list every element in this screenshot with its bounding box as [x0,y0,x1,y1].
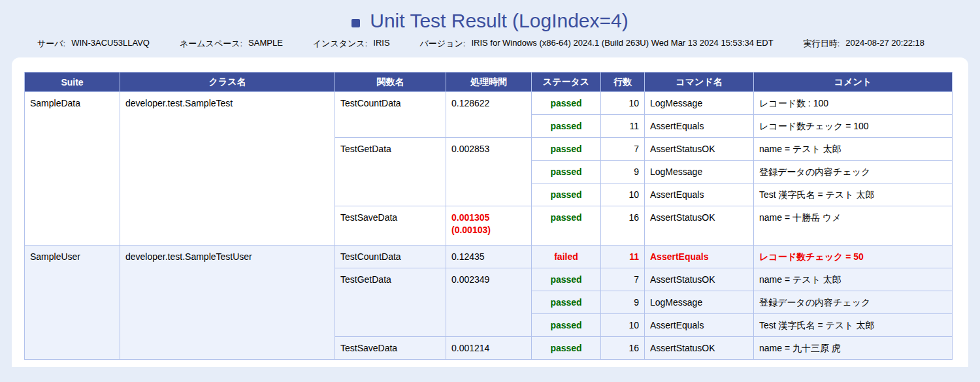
info-item-namespace: ネームスペース: SAMPLE [180,38,283,50]
column-header-comment: コメント [754,72,953,92]
command-cell: AssertEquals [645,183,754,206]
comment-cell: name = 九十三原 虎 [754,337,953,360]
line-cell: 10 [601,92,645,115]
method-cell: TestCountData [335,246,446,268]
line-cell: 7 [601,138,645,161]
time-cell: 0.001305 (0.00103) [446,206,532,246]
server-label: サーバ: [37,38,65,50]
status-cell: passed [532,337,601,360]
comment-cell: レコード数チェック = 50 [754,246,953,268]
command-cell: AssertEquals [645,246,754,268]
command-cell: LogMessage [645,161,754,183]
comment-cell: name = テスト 太郎 [754,138,953,161]
table-row: SampleUserdeveloper.test.SampleTestUserT… [25,246,953,268]
column-header-method: 関数名 [335,72,446,92]
comment-cell: 登録データの内容チェック [754,161,953,183]
comment-cell: レコード数チェック = 100 [754,115,953,138]
content-panel: Suite クラス名 関数名 処理時間 ステータス 行数 コマンド名 コメント … [12,57,968,367]
comment-cell: Test 漢字氏名 = テスト 太郎 [754,183,953,206]
line-cell: 7 [601,268,645,291]
command-cell: LogMessage [645,291,754,314]
column-header-time: 処理時間 [446,72,532,92]
instance-value: IRIS [373,38,389,50]
time-cell: 0.001214 [446,337,532,360]
column-header-command: コマンド名 [645,72,754,92]
column-header-class: クラス名 [120,72,335,92]
comment-cell: レコード数 : 100 [754,92,953,115]
comment-cell: name = テスト 太郎 [754,268,953,291]
method-cell: TestSaveData [335,337,446,360]
status-cell: passed [532,183,601,206]
command-cell: LogMessage [645,92,754,115]
method-cell: TestGetData [335,138,446,206]
method-cell: TestSaveData [335,206,446,246]
line-cell: 16 [601,337,645,360]
class-cell: developer.test.SampleTest [120,92,335,246]
info-item-version: バージョン: IRIS for Windows (x86-64) 2024.1 … [420,38,774,50]
command-cell: AssertStatusOK [645,268,754,291]
method-cell: TestCountData [335,92,446,138]
info-item-instance: インスタンス: IRIS [313,38,390,50]
status-cell: passed [532,115,601,138]
time-cell: 0.12435 [446,246,532,268]
page-title: Unit Test Result (LogIndex=4) [0,0,980,33]
command-cell: AssertEquals [645,314,754,337]
namespace-value: SAMPLE [248,38,283,50]
info-item-run-datetime: 実行日時: 2024-08-27 20:22:18 [804,38,924,50]
line-cell: 11 [601,115,645,138]
command-cell: AssertStatusOK [645,337,754,360]
square-bullet-icon [351,19,360,27]
comment-cell: 登録データの内容チェック [754,291,953,314]
line-cell: 11 [601,246,645,268]
server-value: WIN-3ACU53LLAVQ [71,38,150,50]
class-cell: developer.test.SampleTestUser [120,246,335,360]
unit-test-result-table: Suite クラス名 関数名 処理時間 ステータス 行数 コマンド名 コメント … [24,72,953,360]
time-cell: 0.002853 [446,138,532,206]
instance-label: インスタンス: [313,38,367,50]
column-header-status: ステータス [532,72,601,92]
line-cell: 16 [601,206,645,246]
run-datetime-value: 2024-08-27 20:22:18 [845,38,924,50]
comment-cell: Test 漢字氏名 = テスト 太郎 [754,314,953,337]
method-cell: TestGetData [335,268,446,337]
command-cell: AssertStatusOK [645,138,754,161]
version-label: バージョン: [420,38,466,50]
line-cell: 10 [601,183,645,206]
namespace-label: ネームスペース: [180,38,242,50]
suite-cell: SampleData [25,92,120,246]
status-cell: passed [532,138,601,161]
status-cell: passed [532,314,601,337]
line-cell: 9 [601,161,645,183]
column-header-line: 行数 [601,72,645,92]
table-row: SampleDatadeveloper.test.SampleTestTestC… [25,92,953,115]
version-value: IRIS for Windows (x86-64) 2024.1 (Build … [471,38,773,50]
status-cell: failed [532,246,601,268]
status-cell: passed [532,268,601,291]
status-cell: passed [532,161,601,183]
server-info-bar: サーバ: WIN-3ACU53LLAVQ ネームスペース: SAMPLE インス… [37,37,980,50]
command-cell: AssertEquals [645,115,754,138]
comment-cell: name = 十勝岳 ウメ [754,206,953,246]
status-cell: passed [532,206,601,246]
results-table-body: SampleDatadeveloper.test.SampleTestTestC… [25,92,953,360]
line-cell: 10 [601,314,645,337]
table-header-row: Suite クラス名 関数名 処理時間 ステータス 行数 コマンド名 コメント [25,72,953,92]
page-title-text: Unit Test Result (LogIndex=4) [370,10,629,32]
time-cell: 0.128622 [446,92,532,138]
suite-cell: SampleUser [25,246,120,360]
line-cell: 9 [601,291,645,314]
column-header-suite: Suite [25,72,120,92]
command-cell: AssertStatusOK [645,206,754,246]
status-cell: passed [532,92,601,115]
time-cell: 0.002349 [446,268,532,337]
status-cell: passed [532,291,601,314]
info-item-server: サーバ: WIN-3ACU53LLAVQ [37,38,150,50]
run-datetime-label: 実行日時: [804,38,840,50]
